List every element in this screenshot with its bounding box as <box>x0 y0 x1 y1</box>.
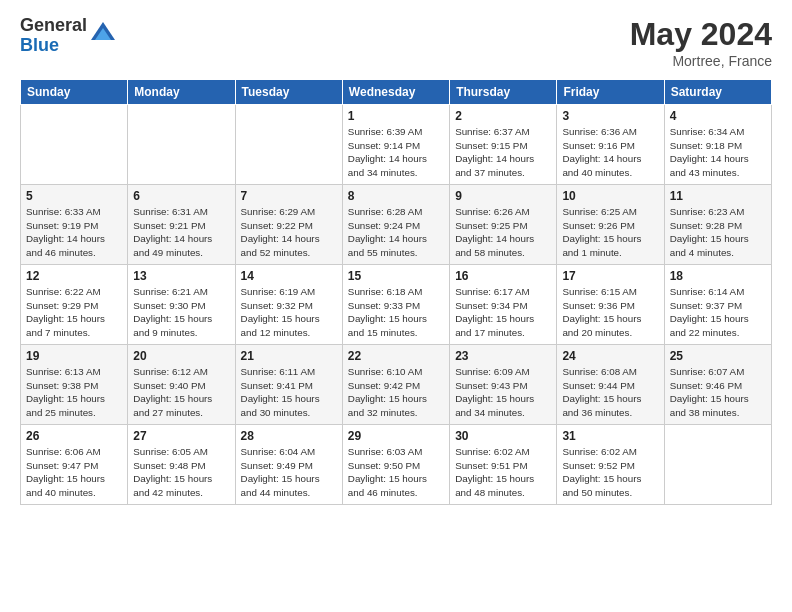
calendar-cell: 4Sunrise: 6:34 AM Sunset: 9:18 PM Daylig… <box>664 105 771 185</box>
day-info: Sunrise: 6:13 AM Sunset: 9:38 PM Dayligh… <box>26 365 122 420</box>
calendar-cell <box>664 425 771 505</box>
day-number: 31 <box>562 429 658 443</box>
calendar-cell <box>235 105 342 185</box>
day-info: Sunrise: 6:15 AM Sunset: 9:36 PM Dayligh… <box>562 285 658 340</box>
calendar-cell <box>21 105 128 185</box>
day-number: 10 <box>562 189 658 203</box>
calendar-cell: 15Sunrise: 6:18 AM Sunset: 9:33 PM Dayli… <box>342 265 449 345</box>
day-number: 8 <box>348 189 444 203</box>
day-info: Sunrise: 6:23 AM Sunset: 9:28 PM Dayligh… <box>670 205 766 260</box>
day-number: 27 <box>133 429 229 443</box>
calendar-cell: 28Sunrise: 6:04 AM Sunset: 9:49 PM Dayli… <box>235 425 342 505</box>
day-info: Sunrise: 6:31 AM Sunset: 9:21 PM Dayligh… <box>133 205 229 260</box>
header-tuesday: Tuesday <box>235 80 342 105</box>
calendar-week-row: 19Sunrise: 6:13 AM Sunset: 9:38 PM Dayli… <box>21 345 772 425</box>
day-number: 20 <box>133 349 229 363</box>
calendar-cell: 3Sunrise: 6:36 AM Sunset: 9:16 PM Daylig… <box>557 105 664 185</box>
calendar-cell: 10Sunrise: 6:25 AM Sunset: 9:26 PM Dayli… <box>557 185 664 265</box>
calendar-cell: 20Sunrise: 6:12 AM Sunset: 9:40 PM Dayli… <box>128 345 235 425</box>
day-number: 25 <box>670 349 766 363</box>
day-number: 23 <box>455 349 551 363</box>
day-info: Sunrise: 6:33 AM Sunset: 9:19 PM Dayligh… <box>26 205 122 260</box>
day-info: Sunrise: 6:26 AM Sunset: 9:25 PM Dayligh… <box>455 205 551 260</box>
day-number: 16 <box>455 269 551 283</box>
logo-blue: Blue <box>20 36 87 56</box>
day-number: 1 <box>348 109 444 123</box>
calendar-cell: 11Sunrise: 6:23 AM Sunset: 9:28 PM Dayli… <box>664 185 771 265</box>
day-info: Sunrise: 6:09 AM Sunset: 9:43 PM Dayligh… <box>455 365 551 420</box>
day-info: Sunrise: 6:02 AM Sunset: 9:52 PM Dayligh… <box>562 445 658 500</box>
calendar-week-row: 5Sunrise: 6:33 AM Sunset: 9:19 PM Daylig… <box>21 185 772 265</box>
day-info: Sunrise: 6:03 AM Sunset: 9:50 PM Dayligh… <box>348 445 444 500</box>
title-location: Mortree, France <box>630 53 772 69</box>
calendar-cell: 6Sunrise: 6:31 AM Sunset: 9:21 PM Daylig… <box>128 185 235 265</box>
calendar-cell: 24Sunrise: 6:08 AM Sunset: 9:44 PM Dayli… <box>557 345 664 425</box>
day-info: Sunrise: 6:29 AM Sunset: 9:22 PM Dayligh… <box>241 205 337 260</box>
day-number: 28 <box>241 429 337 443</box>
calendar-cell: 23Sunrise: 6:09 AM Sunset: 9:43 PM Dayli… <box>450 345 557 425</box>
day-info: Sunrise: 6:19 AM Sunset: 9:32 PM Dayligh… <box>241 285 337 340</box>
calendar-cell: 12Sunrise: 6:22 AM Sunset: 9:29 PM Dayli… <box>21 265 128 345</box>
logo: General Blue <box>20 16 117 56</box>
day-info: Sunrise: 6:36 AM Sunset: 9:16 PM Dayligh… <box>562 125 658 180</box>
calendar-cell: 7Sunrise: 6:29 AM Sunset: 9:22 PM Daylig… <box>235 185 342 265</box>
day-info: Sunrise: 6:05 AM Sunset: 9:48 PM Dayligh… <box>133 445 229 500</box>
day-number: 6 <box>133 189 229 203</box>
calendar-week-row: 26Sunrise: 6:06 AM Sunset: 9:47 PM Dayli… <box>21 425 772 505</box>
calendar-cell: 13Sunrise: 6:21 AM Sunset: 9:30 PM Dayli… <box>128 265 235 345</box>
header-sunday: Sunday <box>21 80 128 105</box>
day-info: Sunrise: 6:11 AM Sunset: 9:41 PM Dayligh… <box>241 365 337 420</box>
day-number: 11 <box>670 189 766 203</box>
calendar-cell: 2Sunrise: 6:37 AM Sunset: 9:15 PM Daylig… <box>450 105 557 185</box>
calendar-cell: 8Sunrise: 6:28 AM Sunset: 9:24 PM Daylig… <box>342 185 449 265</box>
day-info: Sunrise: 6:04 AM Sunset: 9:49 PM Dayligh… <box>241 445 337 500</box>
day-number: 5 <box>26 189 122 203</box>
day-info: Sunrise: 6:18 AM Sunset: 9:33 PM Dayligh… <box>348 285 444 340</box>
header: General Blue May 2024 Mortree, France <box>20 16 772 69</box>
calendar-cell: 18Sunrise: 6:14 AM Sunset: 9:37 PM Dayli… <box>664 265 771 345</box>
calendar-week-row: 1Sunrise: 6:39 AM Sunset: 9:14 PM Daylig… <box>21 105 772 185</box>
day-info: Sunrise: 6:07 AM Sunset: 9:46 PM Dayligh… <box>670 365 766 420</box>
calendar-cell: 19Sunrise: 6:13 AM Sunset: 9:38 PM Dayli… <box>21 345 128 425</box>
day-number: 4 <box>670 109 766 123</box>
day-number: 2 <box>455 109 551 123</box>
calendar-cell: 31Sunrise: 6:02 AM Sunset: 9:52 PM Dayli… <box>557 425 664 505</box>
day-number: 22 <box>348 349 444 363</box>
title-block: May 2024 Mortree, France <box>630 16 772 69</box>
day-info: Sunrise: 6:21 AM Sunset: 9:30 PM Dayligh… <box>133 285 229 340</box>
day-number: 30 <box>455 429 551 443</box>
day-info: Sunrise: 6:02 AM Sunset: 9:51 PM Dayligh… <box>455 445 551 500</box>
day-number: 17 <box>562 269 658 283</box>
day-number: 9 <box>455 189 551 203</box>
day-number: 7 <box>241 189 337 203</box>
calendar-cell: 30Sunrise: 6:02 AM Sunset: 9:51 PM Dayli… <box>450 425 557 505</box>
calendar-cell: 1Sunrise: 6:39 AM Sunset: 9:14 PM Daylig… <box>342 105 449 185</box>
day-info: Sunrise: 6:25 AM Sunset: 9:26 PM Dayligh… <box>562 205 658 260</box>
calendar-cell: 21Sunrise: 6:11 AM Sunset: 9:41 PM Dayli… <box>235 345 342 425</box>
day-number: 26 <box>26 429 122 443</box>
calendar-cell: 16Sunrise: 6:17 AM Sunset: 9:34 PM Dayli… <box>450 265 557 345</box>
header-monday: Monday <box>128 80 235 105</box>
day-info: Sunrise: 6:12 AM Sunset: 9:40 PM Dayligh… <box>133 365 229 420</box>
calendar-cell: 17Sunrise: 6:15 AM Sunset: 9:36 PM Dayli… <box>557 265 664 345</box>
day-info: Sunrise: 6:08 AM Sunset: 9:44 PM Dayligh… <box>562 365 658 420</box>
day-number: 24 <box>562 349 658 363</box>
day-number: 29 <box>348 429 444 443</box>
day-info: Sunrise: 6:10 AM Sunset: 9:42 PM Dayligh… <box>348 365 444 420</box>
day-info: Sunrise: 6:14 AM Sunset: 9:37 PM Dayligh… <box>670 285 766 340</box>
calendar-cell: 27Sunrise: 6:05 AM Sunset: 9:48 PM Dayli… <box>128 425 235 505</box>
day-number: 21 <box>241 349 337 363</box>
day-number: 15 <box>348 269 444 283</box>
page: General Blue May 2024 Mortree, France Su… <box>0 0 792 612</box>
header-thursday: Thursday <box>450 80 557 105</box>
day-number: 12 <box>26 269 122 283</box>
calendar-cell: 25Sunrise: 6:07 AM Sunset: 9:46 PM Dayli… <box>664 345 771 425</box>
calendar-cell: 5Sunrise: 6:33 AM Sunset: 9:19 PM Daylig… <box>21 185 128 265</box>
title-month: May 2024 <box>630 16 772 53</box>
day-number: 14 <box>241 269 337 283</box>
calendar-week-row: 12Sunrise: 6:22 AM Sunset: 9:29 PM Dayli… <box>21 265 772 345</box>
logo-general: General <box>20 16 87 36</box>
calendar-cell: 26Sunrise: 6:06 AM Sunset: 9:47 PM Dayli… <box>21 425 128 505</box>
calendar-cell: 9Sunrise: 6:26 AM Sunset: 9:25 PM Daylig… <box>450 185 557 265</box>
day-number: 3 <box>562 109 658 123</box>
